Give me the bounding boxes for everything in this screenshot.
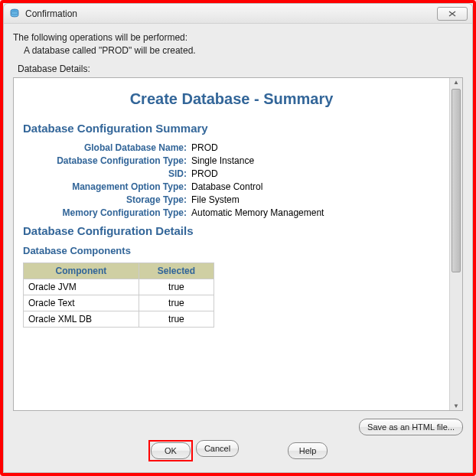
component-selected: true: [139, 311, 214, 327]
row-mgmt-type: Management Option Type: Database Control: [23, 181, 440, 192]
label-sid: SID:: [23, 168, 191, 179]
row-storage-type: Storage Type: File System: [23, 194, 440, 205]
summary-frame: Create Database - Summary Database Confi…: [13, 77, 463, 411]
intro-line-2: A database called "PROD" will be created…: [13, 44, 463, 57]
components-table: Component Selected Oracle JVM true Oracl…: [23, 262, 214, 328]
label-storage-type: Storage Type:: [23, 194, 191, 205]
summary-title: Create Database - Summary: [23, 90, 440, 108]
value-config-type: Single Instance: [191, 155, 254, 166]
config-summary-heading: Database Configuration Summary: [23, 122, 440, 135]
summary-content: Create Database - Summary Database Confi…: [14, 78, 449, 410]
row-config-type: Database Configuration Type: Single Inst…: [23, 155, 440, 166]
config-details-heading: Database Configuration Details: [23, 224, 440, 237]
label-global-db-name: Global Database Name:: [23, 142, 191, 153]
main-button-row: OK Cancel Help: [13, 440, 463, 466]
confirmation-dialog: Confirmation The following operations wi…: [3, 3, 473, 473]
col-component: Component: [24, 262, 139, 279]
ok-button[interactable]: OK: [151, 442, 191, 459]
help-button[interactable]: Help: [288, 442, 328, 459]
component-name: Oracle JVM: [24, 279, 139, 295]
scroll-thumb[interactable]: [452, 89, 461, 272]
value-storage-type: File System: [191, 194, 240, 205]
component-selected: true: [139, 295, 214, 311]
row-sid: SID: PROD: [23, 168, 440, 179]
value-mgmt-type: Database Control: [191, 181, 262, 192]
ok-highlight: OK: [148, 440, 193, 461]
ok-cancel-group: OK Cancel: [148, 440, 239, 461]
app-icon: [8, 8, 21, 20]
details-label: Database Details:: [13, 64, 463, 74]
row-global-db-name: Global Database Name: PROD: [23, 142, 440, 153]
component-selected: true: [139, 279, 214, 295]
label-mgmt-type: Management Option Type:: [23, 181, 191, 192]
label-config-type: Database Configuration Type:: [23, 155, 191, 166]
scroll-down-icon[interactable]: ▼: [452, 401, 461, 410]
row-mem-type: Memory Configuration Type: Automatic Mem…: [23, 207, 440, 218]
scroll-up-icon[interactable]: ▲: [452, 78, 461, 87]
intro-text: The following operations will be perform…: [13, 31, 463, 57]
save-button-row: Save as an HTML file...: [13, 419, 463, 435]
window-title: Confirmation: [25, 8, 437, 19]
save-html-button[interactable]: Save as an HTML file...: [359, 419, 463, 435]
components-heading: Database Components: [23, 245, 440, 256]
value-mem-type: Automatic Memory Management: [191, 207, 324, 218]
table-row: Oracle Text true: [24, 295, 214, 311]
table-row: Oracle XML DB true: [24, 311, 214, 327]
cancel-button[interactable]: Cancel: [196, 440, 239, 457]
col-selected: Selected: [139, 262, 214, 279]
close-button[interactable]: [437, 7, 468, 21]
titlebar: Confirmation: [4, 4, 472, 24]
component-name: Oracle XML DB: [24, 311, 139, 327]
value-sid: PROD: [191, 168, 218, 179]
component-name: Oracle Text: [24, 295, 139, 311]
vertical-scrollbar[interactable]: ▲ ▼: [449, 78, 462, 410]
dialog-body: The following operations will be perform…: [4, 24, 472, 472]
value-global-db-name: PROD: [191, 142, 218, 153]
table-row: Oracle JVM true: [24, 279, 214, 295]
label-mem-type: Memory Configuration Type:: [23, 207, 191, 218]
intro-line-1: The following operations will be perform…: [13, 31, 463, 44]
